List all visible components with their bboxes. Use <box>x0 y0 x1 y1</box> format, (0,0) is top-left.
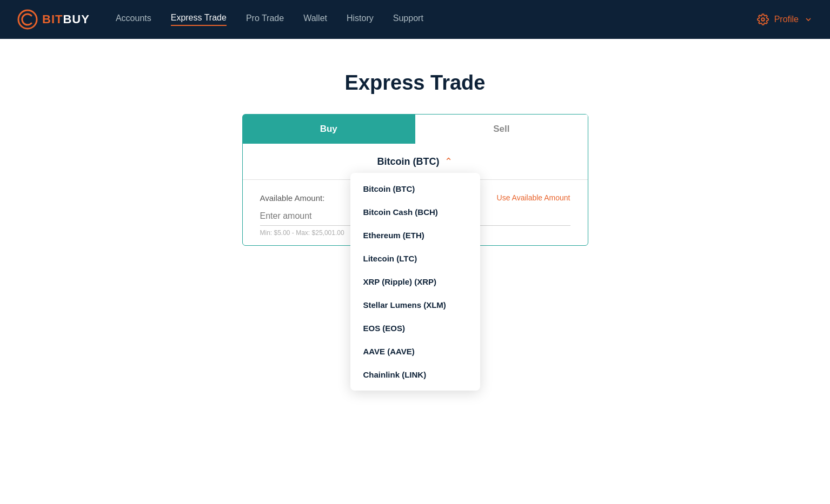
nav-accounts[interactable]: Accounts <box>116 14 151 25</box>
dropdown-item-eos[interactable]: EOS (EOS) <box>350 317 480 340</box>
selected-crypto-label: Bitcoin (BTC) <box>377 156 440 167</box>
navbar: BITBUY Accounts Express Trade Pro Trade … <box>0 0 830 39</box>
tab-sell[interactable]: Sell <box>415 115 588 144</box>
dropdown-item-bch[interactable]: Bitcoin Cash (BCH) <box>350 200 480 224</box>
tab-buy[interactable]: Buy <box>243 115 415 144</box>
available-amount-label: Available Amount: <box>260 193 325 203</box>
page-title: Express Trade <box>345 71 486 95</box>
chevron-down-icon <box>804 15 813 24</box>
logo[interactable]: BITBUY <box>17 9 90 30</box>
dropdown-item-xlm[interactable]: Stellar Lumens (XLM) <box>350 293 480 317</box>
trade-card: Buy Sell Bitcoin (BTC) ⌃ Bitcoin (BTC) B… <box>242 114 588 246</box>
main-content: Express Trade Buy Sell Bitcoin (BTC) ⌃ B… <box>0 39 830 504</box>
dropdown-item-btc[interactable]: Bitcoin (BTC) <box>350 177 480 200</box>
dropdown-item-xrp[interactable]: XRP (Ripple) (XRP) <box>350 270 480 293</box>
nav-support[interactable]: Support <box>393 14 423 25</box>
gear-icon <box>757 14 769 25</box>
profile-menu[interactable]: Profile <box>757 14 813 25</box>
svg-point-0 <box>18 10 37 29</box>
nav-pro-trade[interactable]: Pro Trade <box>246 14 284 25</box>
profile-label: Profile <box>774 15 799 24</box>
logo-text: BITBUY <box>42 12 90 26</box>
dropdown-item-ltc[interactable]: Litecoin (LTC) <box>350 247 480 270</box>
dropdown-item-eth[interactable]: Ethereum (ETH) <box>350 224 480 247</box>
logo-icon <box>17 9 38 30</box>
nav-express-trade[interactable]: Express Trade <box>171 13 227 26</box>
caret-up-icon: ⌃ <box>444 156 453 167</box>
nav-links: Accounts Express Trade Pro Trade Wallet … <box>116 13 757 26</box>
nav-history[interactable]: History <box>347 14 374 25</box>
nav-wallet[interactable]: Wallet <box>303 14 327 25</box>
trade-tabs: Buy Sell <box>243 115 588 144</box>
crypto-dropdown: Bitcoin (BTC) Bitcoin Cash (BCH) Ethereu… <box>350 173 480 391</box>
use-available-link[interactable]: Use Available Amount <box>497 193 570 202</box>
dropdown-item-link[interactable]: Chainlink (LINK) <box>350 363 480 386</box>
svg-point-1 <box>761 18 765 21</box>
dropdown-item-aave[interactable]: AAVE (AAVE) <box>350 340 480 363</box>
